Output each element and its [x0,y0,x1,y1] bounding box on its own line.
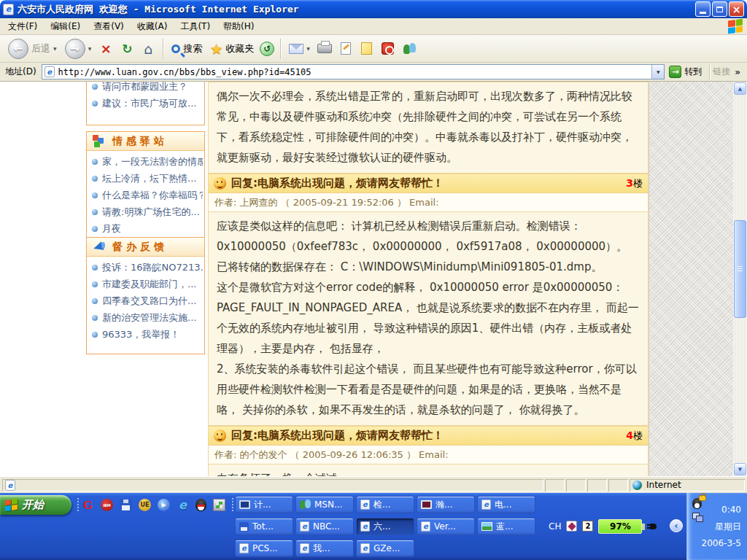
bullet-icon [92,159,98,165]
taskband-handle[interactable] [232,498,233,513]
task-button-ie[interactable]: e电... [477,496,535,513]
ie-page-icon: e [421,521,430,532]
ime-icon[interactable] [566,521,577,532]
task-button-ie[interactable]: eVer... [417,518,475,535]
chevrons-icon: » [735,67,740,77]
qq-icon[interactable] [196,499,206,511]
section-header: 情感驿站 [87,132,204,151]
task-button-ie[interactable]: eNBC... [295,518,354,535]
sidebar-link[interactable]: 什么是幸福？你幸福吗？ [90,187,203,204]
reply-title: 回复:电脑系统出现问题，烦请网友帮帮忙！ [231,176,621,190]
task-button-total-commander[interactable]: Tot... [235,518,293,535]
links-button[interactable]: 链接 » [713,66,743,78]
ie-page-icon: e [239,543,249,553]
task-button-computer[interactable]: 计... [235,496,293,513]
qq-tray-icon[interactable] [692,498,702,509]
author-line: 作者: 的个的发个 （ 2005-09-26 12:06:35 ） Email: [208,446,649,464]
ie-page-icon: e [360,521,370,532]
task-button-ie[interactable]: e检... [356,496,414,513]
scroll-down-button[interactable]: ▼ [734,463,746,475]
ie-icon[interactable]: e [177,499,189,511]
address-dropdown-button[interactable]: ▼ [651,65,664,79]
sidebar-link[interactable]: 投诉：16路皖NO7213... [90,260,203,276]
ibm-icon[interactable]: IBM [101,499,113,511]
address-input[interactable]: e http://www.luan.gov.cn/bbs/bbs_view.ph… [42,64,665,79]
messenger-button[interactable] [403,43,416,55]
sidebar-link[interactable]: 坛上冷清，坛下热情... [90,171,203,187]
vertical-scrollbar[interactable]: ▲ ▼ [733,82,747,476]
sidebar-topics-box: 请问市都蒙园业主？ 建议：市民广场可放... [86,82,205,125]
toolbar-separator [163,39,163,59]
sidebar-link[interactable]: 96333，我举报！ [90,327,203,343]
task-button-ie[interactable]: e我... [295,540,354,557]
app-icon[interactable] [213,499,225,511]
favorites-button[interactable]: ★ 收藏夹 [208,39,256,58]
task-button-ie[interactable]: ePCS... [235,540,293,557]
print-button[interactable] [317,44,332,53]
forward-button[interactable]: → ▼ [63,37,94,61]
foxmail-icon[interactable]: G [82,499,94,511]
restore-button[interactable] [712,1,727,17]
home-button[interactable]: ⌂ [139,40,157,58]
bullet-icon [92,332,98,338]
sidebar-link[interactable]: 建议：市民广场可放... [90,96,203,112]
task-button-ie[interactable]: eGZe... [356,540,414,557]
go-button[interactable]: → 转到 [669,66,702,78]
sidebar-link[interactable]: 市建委及职能部门，... [90,276,203,293]
menu-view[interactable]: 查看(V) [87,18,131,35]
mail-icon [289,44,303,54]
refresh-button[interactable]: ↻ [118,40,136,58]
menu-help[interactable]: 帮助(H) [217,18,260,35]
ultraedit-icon[interactable]: UE [139,499,151,511]
power-plug-icon[interactable] [647,521,659,531]
sidebar-link[interactable]: 请教:明珠广场住宅的... [90,204,203,221]
search-button[interactable]: 搜索 [169,41,204,57]
back-dropdown-icon[interactable]: ▼ [53,46,57,51]
forward-dropdown-icon[interactable]: ▼ [88,46,92,51]
mail-dropdown-icon[interactable]: ▼ [306,46,310,51]
monitor-icon [421,500,432,509]
qq-toolbar-button[interactable] [382,42,394,55]
start-button[interactable]: 开始 [0,495,71,515]
keyboard-layout-icon[interactable]: 2 [582,521,593,532]
minimize-button[interactable] [695,1,711,17]
reply-header: 回复:电脑系统出现问题，烦请网友帮帮忙！ 4楼 [208,426,649,446]
mail-button[interactable]: ▼ [287,42,312,55]
stop-button[interactable]: × [97,40,115,58]
msn-icon [300,499,311,510]
bullet-icon [92,265,98,271]
task-button-app[interactable]: 瀚... [417,496,475,513]
security-zone-panel: Internet [630,479,745,491]
back-button[interactable]: ← 后退 ▼ [6,37,59,61]
sidebar-link[interactable]: 月夜 [90,221,203,238]
quicklaunch-handle[interactable] [77,498,79,513]
task-button-image[interactable]: 蓝... [477,518,535,535]
task-button-msn[interactable]: MSN... [295,496,354,513]
scroll-up-button[interactable]: ▲ [734,82,746,95]
menu-edit[interactable]: 编辑(E) [44,18,87,35]
discuss-button[interactable] [361,42,372,55]
go-arrow-icon: → [669,66,681,78]
close-button[interactable]: × [729,1,744,17]
menu-tools[interactable]: 工具(T) [174,18,217,35]
scrollbar-thumb[interactable] [734,220,746,318]
task-buttons: 计... MSN... e检... 瀚... e电... Tot... eNBC… [235,496,535,557]
section-title: 情感驿站 [112,135,168,148]
address-url[interactable]: http://www.luan.gov.cn/bbs/bbs_view.php?… [58,67,652,77]
sidebar-link[interactable]: 家，一段无法割舍的情感 [90,154,203,171]
sidebar-link[interactable]: 请问市都蒙园业主？ [90,82,203,96]
tray-collapse-button[interactable]: ‹ [670,519,683,532]
history-button[interactable]: ↺ [260,42,274,56]
media-player-icon[interactable]: ▶ [158,499,170,511]
menu-favorites[interactable]: 收藏(A) [131,18,174,35]
edit-button[interactable] [341,42,351,55]
clock-text: 0:40 星期日 2006-3-5 [702,502,741,552]
menu-file[interactable]: 文件(F) [1,18,44,35]
addressbar-separator [709,65,710,79]
battery-indicator[interactable]: 97% [598,519,642,534]
sidebar-link[interactable]: 新的治安管理法实施... [90,310,203,327]
sidebar-link[interactable]: 四季春交叉路口为什... [90,293,203,310]
floppy-icon[interactable] [120,499,132,511]
language-indicator[interactable]: CH [549,521,561,532]
task-button-luan-active[interactable]: e六... [356,518,414,535]
